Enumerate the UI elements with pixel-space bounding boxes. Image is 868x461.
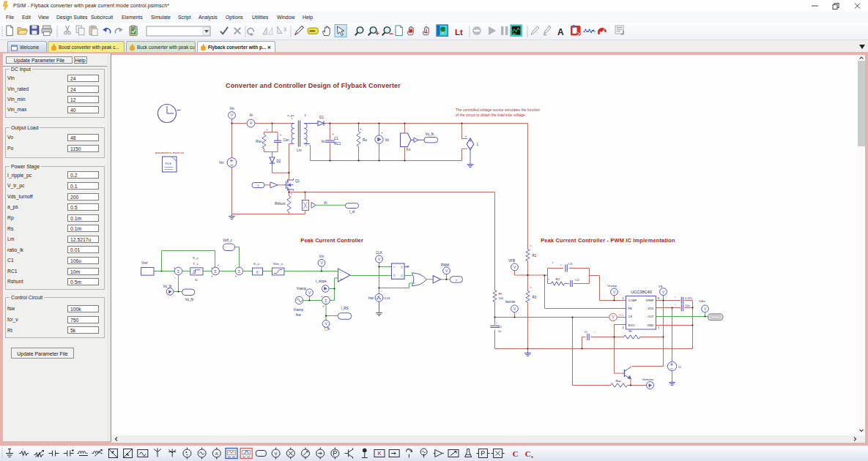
svg-text:+: +	[291, 192, 293, 195]
svg-text:Vramp: Vramp	[297, 287, 307, 291]
svg-text:FILE: FILE	[166, 162, 172, 165]
svg-text:I2: I2	[678, 365, 681, 369]
svg-text:The controlled voltage source: The controlled voltage source simulates …	[456, 108, 541, 112]
svg-text:AV: AV	[513, 32, 517, 36]
svg-text:R3: R3	[533, 296, 537, 299]
svg-text:CS: CS	[628, 315, 633, 318]
svg-text:100: 100	[499, 296, 504, 300]
svg-text:OUT: OUT	[648, 315, 654, 318]
svg-text:Lm: Lm	[297, 149, 302, 152]
svg-text:V: V	[378, 257, 381, 261]
svg-text:4: 4	[622, 326, 623, 329]
svg-text:Rt: Rt	[629, 329, 633, 333]
svg-text:1: 1	[622, 297, 623, 300]
svg-text:Cf: Cf	[498, 325, 502, 329]
svg-text:Vref: Vref	[141, 261, 148, 265]
svg-text:V: V	[320, 261, 323, 265]
svg-text:Rt/Ct: Rt/Ct	[628, 323, 636, 327]
svg-text:VCL: VCL	[618, 313, 625, 317]
svg-text:Vm: Vm	[319, 255, 324, 258]
svg-text:10u: 10u	[685, 304, 690, 307]
svg-text:Q: Q	[401, 274, 403, 277]
svg-text:0.05: 0.05	[385, 296, 391, 300]
svg-text:I_fb: I_fb	[324, 327, 330, 331]
svg-text:*: *	[305, 144, 307, 149]
svg-text:V: V	[513, 307, 516, 311]
svg-text:K: K	[256, 271, 259, 274]
svg-text:R1: R1	[533, 254, 537, 258]
svg-text:of the circuit to obtain the l: of the circuit to obtain the load side v…	[456, 113, 526, 117]
svg-text:COMP: COMP	[628, 299, 637, 302]
svg-text:1: 1	[477, 143, 479, 146]
svg-text:CLK: CLK	[376, 251, 383, 255]
svg-text:Vo_fb: Vo_fb	[163, 285, 172, 288]
svg-text:Peak Current Controller: Peak Current Controller	[300, 237, 363, 244]
svg-text:RC1: RC1	[334, 142, 341, 146]
svg-text:0.07u: 0.07u	[685, 296, 692, 300]
svg-text:fv: fv	[195, 278, 198, 282]
svg-text:R: R	[393, 274, 396, 277]
svg-text:Vramp: Vramp	[294, 308, 304, 312]
svg-text:*: *	[607, 384, 609, 388]
svg-text:s: s	[531, 454, 534, 459]
svg-text:s: s	[393, 266, 395, 269]
svg-text:I_slope: I_slope	[316, 280, 327, 283]
svg-text:+: +	[465, 134, 467, 138]
svg-text:C1: C1	[334, 137, 338, 140]
svg-text:VFB: VFB	[508, 259, 515, 263]
svg-text:FB: FB	[628, 307, 632, 310]
svg-text:V: V	[612, 315, 615, 319]
svg-text:Vin: Vin	[219, 161, 224, 165]
svg-text:+: +	[360, 127, 362, 131]
svg-text:+: +	[496, 321, 498, 324]
svg-text:Vramp: Vramp	[607, 284, 617, 288]
svg-text:Rf: Rf	[499, 292, 502, 296]
svg-text:+: +	[321, 295, 323, 299]
svg-text:8: 8	[658, 297, 659, 300]
svg-text:−: −	[234, 264, 237, 268]
svg-text:C3: C3	[568, 262, 573, 266]
svg-text:5: 5	[658, 326, 659, 329]
svg-text:R2: R2	[556, 277, 560, 281]
svg-text:Rshunt: Rshunt	[275, 202, 286, 206]
svg-text:−: −	[340, 271, 342, 274]
svg-text:1: 1	[304, 113, 306, 117]
svg-text:C2: C2	[575, 278, 579, 282]
svg-text:V: V	[445, 269, 448, 273]
svg-text:Iin: Iin	[250, 113, 253, 117]
svg-text:*: *	[530, 245, 532, 249]
svg-text:*: *	[530, 287, 532, 291]
svg-text:D2: D2	[277, 160, 281, 163]
svg-text:V: V	[613, 290, 616, 294]
svg-text:V: V	[308, 291, 311, 295]
svg-text:Q1: Q1	[295, 179, 300, 183]
svg-text:T_v: T_v	[193, 262, 199, 266]
svg-text:V: V	[704, 307, 707, 311]
svg-text:*: *	[292, 117, 293, 121]
svg-text:0: 0	[257, 184, 259, 187]
svg-text:Vo: Vo	[321, 140, 325, 143]
svg-text:Ro: Ro	[363, 138, 367, 142]
svg-text:*: *	[267, 129, 268, 132]
svg-text:C: C	[513, 449, 519, 458]
svg-text:K_ic: K_ic	[253, 262, 260, 266]
svg-text:0: 0	[456, 278, 458, 282]
svg-text:V: V	[513, 265, 516, 269]
svg-text:Σ: Σ	[177, 269, 180, 274]
svg-text:+: +	[218, 263, 220, 267]
svg-text:Converter and Controller Desig: Converter and Controller Design of Flyba…	[226, 82, 401, 89]
svg-text:V8: V8	[659, 285, 663, 288]
svg-text:Csn: Csn	[283, 138, 290, 142]
svg-text:Σ: Σ	[324, 299, 327, 303]
svg-text:Σ: Σ	[214, 269, 217, 274]
svg-text:Rsn: Rsn	[256, 140, 262, 143]
svg-text:+: +	[381, 131, 383, 135]
svg-text:Vdrv: Vdrv	[699, 299, 706, 303]
svg-text:Vo_fb: Vo_fb	[426, 132, 434, 136]
svg-text:Σ: Σ	[238, 269, 241, 274]
svg-text:*: *	[594, 331, 596, 334]
svg-text:+: +	[211, 274, 213, 278]
svg-text:*: *	[552, 262, 554, 266]
svg-text:VDD: VDD	[648, 307, 654, 310]
svg-text:+: +	[174, 266, 176, 270]
